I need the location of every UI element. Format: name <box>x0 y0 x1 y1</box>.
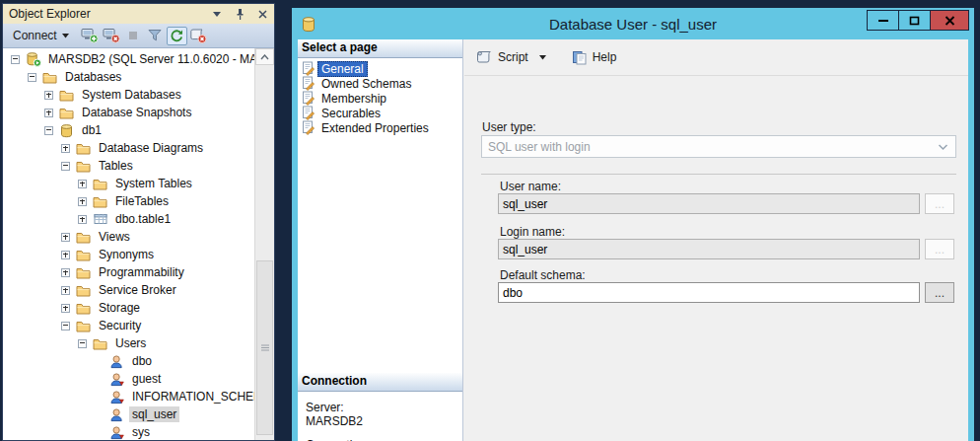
connect-label: Connect <box>13 29 57 42</box>
tree-item-label: Database Diagrams <box>96 140 206 156</box>
script-button[interactable]: Script <box>476 50 546 64</box>
tree-item-databases[interactable]: Databases <box>3 68 257 86</box>
pin-icon[interactable] <box>233 7 246 21</box>
tree-expander-icon[interactable] <box>61 304 70 313</box>
tree-item-programmability[interactable]: Programmability <box>3 263 257 281</box>
maximize-button[interactable] <box>898 10 931 31</box>
tree-item-storage[interactable]: Storage <box>3 299 257 317</box>
tree-expander-icon[interactable] <box>44 126 53 135</box>
tree-item-label: Views <box>96 229 133 245</box>
tree-expander-icon[interactable] <box>61 286 70 295</box>
select-a-page-pane: Select a page GeneralOwned SchemasMember… <box>298 39 463 441</box>
tree-item-information-schema[interactable]: INFORMATION_SCHEMA <box>3 388 257 405</box>
tree-item-sys[interactable]: sys <box>3 423 257 440</box>
server-label: Server: <box>306 401 462 414</box>
tree-item-label: Storage <box>96 300 143 316</box>
connect-button[interactable]: Connect <box>8 27 74 44</box>
default-schema-input[interactable] <box>498 282 920 303</box>
tree-expander-icon[interactable] <box>61 251 70 259</box>
tree-item-tables[interactable]: Tables <box>3 157 257 175</box>
tree-expander-icon[interactable] <box>61 144 70 153</box>
tree-item-guest[interactable]: guest <box>3 370 257 388</box>
connect-server-icon[interactable] <box>80 27 101 45</box>
page-item-membership[interactable]: Membership <box>301 91 462 106</box>
dialog-titlebar[interactable]: Database User - sql_user <box>298 8 968 39</box>
chevron-down-icon <box>539 55 546 60</box>
dialog-content: Script Help User type: SQL user with log… <box>464 39 968 441</box>
page-item-extended-properties[interactable]: Extended Properties <box>301 120 462 135</box>
scroll-up-icon[interactable] <box>255 48 274 65</box>
tree-item-users[interactable]: Users <box>3 334 257 352</box>
page-icon <box>301 106 315 120</box>
tree-expander-icon[interactable] <box>61 268 70 277</box>
login-name-browse-button[interactable]: ... <box>925 239 954 259</box>
folder-icon <box>75 282 92 298</box>
refresh-icon[interactable] <box>167 27 187 45</box>
script-error-icon[interactable] <box>188 27 209 45</box>
folder-icon <box>75 318 92 333</box>
tree-expander-icon[interactable] <box>11 55 20 64</box>
tree-item-dbo-table1[interactable]: dbo.table1 <box>3 210 257 228</box>
tree-item-system-tables[interactable]: System Tables <box>3 175 257 192</box>
separator <box>481 174 956 175</box>
tree-item-database-diagrams[interactable]: Database Diagrams <box>3 139 257 157</box>
tree-expander-icon[interactable] <box>61 233 70 242</box>
tree-expander-icon[interactable] <box>44 109 53 117</box>
close-icon[interactable] <box>255 7 269 21</box>
scrollbar-thumb[interactable] <box>256 260 273 435</box>
page-icon <box>301 91 315 106</box>
window-position-icon[interactable] <box>210 7 224 21</box>
tree-expander-icon[interactable] <box>78 215 87 224</box>
folder-icon <box>41 69 58 85</box>
disconnect-server-icon[interactable] <box>102 27 122 45</box>
table-icon <box>92 211 108 227</box>
select-a-page-header: Select a page <box>298 39 462 58</box>
tree-scrollbar[interactable] <box>254 48 274 440</box>
user-red-icon <box>108 371 125 387</box>
tree-expander-icon[interactable] <box>61 322 70 331</box>
filter-icon[interactable] <box>145 27 166 45</box>
login-name-input[interactable] <box>498 239 920 259</box>
close-button[interactable] <box>930 10 969 31</box>
dialog-toolbar: Script Help <box>464 39 968 76</box>
tree-expander-icon[interactable] <box>44 91 53 100</box>
tree-item-database-snapshots[interactable]: Database Snapshots <box>3 104 257 121</box>
tree-item-dbo[interactable]: dbo <box>3 352 257 370</box>
tree-item-filetables[interactable]: FileTables <box>3 192 257 210</box>
tree-item-service-broker[interactable]: Service Broker <box>3 281 257 299</box>
page-item-general[interactable]: General <box>301 61 462 76</box>
default-schema-label: Default schema: <box>500 268 586 282</box>
stop-icon[interactable] <box>123 27 144 45</box>
default-schema-browse-button[interactable]: ... <box>925 282 954 303</box>
user-name-browse-button[interactable]: ... <box>925 193 954 214</box>
user-name-input[interactable] <box>498 193 920 214</box>
tree-item-label: Database Snapshots <box>79 105 194 120</box>
tree-item-label: Synonyms <box>96 247 157 262</box>
tree-expander-icon[interactable] <box>28 73 36 82</box>
tree-expander-icon[interactable] <box>78 180 87 188</box>
tree-item-db1[interactable]: db1 <box>3 121 257 139</box>
tree-item-marsdb2-sql-server-11-0-6020-marsd[interactable]: MARSDB2 (SQL Server 11.0.6020 - MARSD <box>3 50 257 68</box>
tree-expander-icon[interactable] <box>61 162 70 171</box>
help-button[interactable]: Help <box>572 50 617 65</box>
folder-icon <box>75 264 92 280</box>
user-type-combobox[interactable]: SQL user with login <box>481 135 956 158</box>
tree-item-label: dbo.table1 <box>112 211 174 227</box>
general-page-form: User type: SQL user with login User name… <box>464 75 968 441</box>
folder-icon <box>58 105 75 120</box>
tree-item-security[interactable]: Security <box>3 317 257 334</box>
tree-item-views[interactable]: Views <box>3 228 257 246</box>
object-explorer-toolbar: Connect <box>3 24 274 48</box>
tree-item-synonyms[interactable]: Synonyms <box>3 246 257 263</box>
page-item-securables[interactable]: Securables <box>301 106 462 120</box>
tree-item-sql-user[interactable]: sql_user <box>3 405 257 423</box>
tree-item-system-databases[interactable]: System Databases <box>3 86 257 104</box>
tree-expander-icon[interactable] <box>78 197 87 206</box>
tree-expander-icon[interactable] <box>78 339 87 348</box>
script-label: Script <box>498 50 528 64</box>
object-explorer-titlebar[interactable]: Object Explorer <box>3 4 274 24</box>
page-icon <box>301 120 315 135</box>
page-item-owned-schemas[interactable]: Owned Schemas <box>301 76 462 91</box>
minimize-button[interactable] <box>867 10 899 31</box>
user-type-value: SQL user with login <box>488 140 591 154</box>
